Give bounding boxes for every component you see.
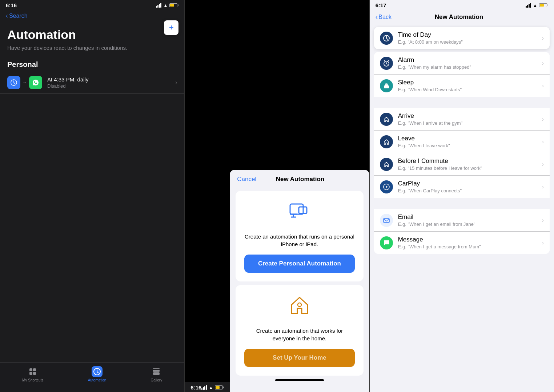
status-bar-2: 6:16 ▲ xyxy=(185,382,230,392)
wifi-icon-3: ▲ xyxy=(533,3,537,8)
list-item-time-of-day[interactable]: Time of Day E.g. "At 8:00 am on weekdays… xyxy=(374,27,550,49)
panel-automation-list: 6:16 ▲ ‹ Search + xyxy=(0,0,184,392)
svg-rect-3 xyxy=(29,372,32,375)
add-automation-button[interactable]: + xyxy=(164,20,178,35)
automation-list-item[interactable]: → At 4:33 PM, daily Disabled › xyxy=(0,72,184,94)
signal-icon-1 xyxy=(156,3,161,8)
carplay-chevron: › xyxy=(542,184,544,190)
status-time-3: 6:17 xyxy=(376,2,386,8)
time-of-day-item-highlighted[interactable]: Time of Day E.g. "At 8:00 am on weekdays… xyxy=(374,27,550,49)
plus-icon: + xyxy=(169,24,174,32)
tab-automation-label: Automation xyxy=(88,378,107,382)
chevron-left-icon-3: ‹ xyxy=(376,13,378,21)
message-chevron: › xyxy=(542,240,544,246)
back-label-1: Search xyxy=(9,13,28,19)
automation-icon-wrap xyxy=(92,366,103,377)
setup-home-button[interactable]: Set Up Your Home xyxy=(244,349,354,367)
carplay-icon xyxy=(380,180,393,193)
list-item-leave[interactable]: Leave E.g. "When I leave work" › xyxy=(374,131,550,153)
page-subtitle-1: Have your devices react to changes in co… xyxy=(7,44,177,52)
list-item-commute[interactable]: Before I Commute E.g. "15 minutes before… xyxy=(374,153,550,176)
modal-nav: Cancel New Automation xyxy=(230,170,369,187)
whatsapp-icon xyxy=(29,76,42,89)
automation-triggers-list: Alarm E.g. "When my alarm has stopped" ›… xyxy=(374,52,550,254)
message-info: Message E.g. "When I get a message from … xyxy=(398,236,542,249)
svg-marker-24 xyxy=(386,186,388,188)
sleep-info: Sleep E.g. "When Wind Down starts" xyxy=(398,79,542,92)
tab-my-shortcuts[interactable]: My Shortcuts xyxy=(22,366,43,382)
arrive-name: Arrive xyxy=(398,112,542,120)
alarm-chevron: › xyxy=(542,60,544,67)
svg-rect-2 xyxy=(33,368,36,371)
email-desc: E.g. "When I get an email from Jane" xyxy=(398,221,542,227)
signal-icon-2 xyxy=(201,385,207,390)
commute-name: Before I Commute xyxy=(398,157,542,165)
signal-icon-3 xyxy=(526,3,531,8)
nav-bar-1: ‹ Search xyxy=(0,10,184,22)
home-automation-option: Create an automation that works for ever… xyxy=(236,285,363,376)
leave-icon xyxy=(380,135,393,148)
email-chevron: › xyxy=(542,217,544,224)
alarm-name: Alarm xyxy=(398,56,542,64)
svg-rect-9 xyxy=(290,204,303,214)
commute-desc: E.g. "15 minutes before I leave for work… xyxy=(398,165,542,171)
list-item-message[interactable]: Message E.g. "When I get a message from … xyxy=(374,232,550,254)
svg-line-17 xyxy=(384,60,385,61)
commute-icon xyxy=(380,158,393,171)
tab-gallery-label: Gallery xyxy=(151,378,162,382)
automation-name: At 4:33 PM, daily xyxy=(47,76,175,83)
home-automation-icon xyxy=(288,294,311,322)
create-personal-automation-button[interactable]: Create Personal Automation xyxy=(244,255,354,273)
alarm-desc: E.g. "When my alarm has stopped" xyxy=(398,64,542,70)
status-bar-3: 6:17 ▲ xyxy=(370,0,554,10)
tab-my-shortcuts-label: My Shortcuts xyxy=(22,378,43,382)
status-bar-1: 6:16 ▲ xyxy=(0,0,184,10)
time-of-day-desc: E.g. "At 8:00 am on weekdays" xyxy=(398,39,542,45)
time-of-day-icon xyxy=(380,32,393,45)
my-shortcuts-icon-wrap xyxy=(27,366,38,377)
list-item-alarm[interactable]: Alarm E.g. "When my alarm has stopped" › xyxy=(374,52,550,75)
arrive-chevron: › xyxy=(542,116,544,123)
sleep-icon xyxy=(380,79,393,92)
automation-item-icons: → xyxy=(7,76,42,89)
message-icon xyxy=(380,236,393,249)
list-item-arrive[interactable]: Arrive E.g. "When I arrive at the gym" › xyxy=(374,108,550,131)
page-title-1: Automation xyxy=(7,28,177,42)
svg-rect-6 xyxy=(153,372,160,375)
arrive-desc: E.g. "When I arrive at the gym" xyxy=(398,120,542,126)
arrow-right-icon: → xyxy=(23,80,27,85)
email-name: Email xyxy=(398,213,542,221)
commute-info: Before I Commute E.g. "15 minutes before… xyxy=(398,157,542,171)
page-header-1: Automation Have your devices react to ch… xyxy=(0,22,184,55)
status-icons-3: ▲ xyxy=(526,3,548,8)
arrive-icon xyxy=(380,113,393,126)
wifi-icon-2: ▲ xyxy=(209,385,213,390)
personal-automation-icon xyxy=(288,200,311,228)
email-icon xyxy=(380,214,393,227)
battery-icon-2 xyxy=(215,385,224,389)
email-info: Email E.g. "When I get an email from Jan… xyxy=(398,213,542,227)
time-of-day-info: Time of Day E.g. "At 8:00 am on weekdays… xyxy=(398,31,542,45)
cancel-button[interactable]: Cancel xyxy=(237,176,256,183)
sleep-chevron: › xyxy=(542,83,544,89)
tab-gallery[interactable]: Gallery xyxy=(151,366,162,382)
svg-rect-4 xyxy=(33,372,36,375)
leave-desc: E.g. "When I leave work" xyxy=(398,143,542,148)
panel-new-automation-list: 6:17 ▲ ‹ Back New Automation xyxy=(369,0,554,392)
back-button-3[interactable]: ‹ Back xyxy=(376,13,392,21)
list-item-sleep[interactable]: Sleep E.g. "When Wind Down starts" › xyxy=(374,75,550,97)
list-item-carplay[interactable]: CarPlay E.g. "When CarPlay connects" › xyxy=(374,176,550,198)
tab-automation[interactable]: Automation xyxy=(88,366,107,382)
svg-rect-1 xyxy=(29,368,32,371)
personal-option-desc: Create an automation that runs on a pers… xyxy=(244,233,354,248)
personal-automation-option: Create an automation that runs on a pers… xyxy=(236,191,363,281)
list-item-email[interactable]: Email E.g. "When I get an email from Jan… xyxy=(374,209,550,232)
battery-icon-1 xyxy=(169,3,178,7)
back-search-1[interactable]: ‹ Search xyxy=(6,12,28,20)
back-label-3: Back xyxy=(378,14,392,20)
list-divider-2 xyxy=(374,198,550,209)
message-desc: E.g. "When I get a message from Mum" xyxy=(398,244,542,249)
carplay-name: CarPlay xyxy=(398,180,542,187)
list-chevron-icon: › xyxy=(175,79,177,86)
message-name: Message xyxy=(398,236,542,243)
